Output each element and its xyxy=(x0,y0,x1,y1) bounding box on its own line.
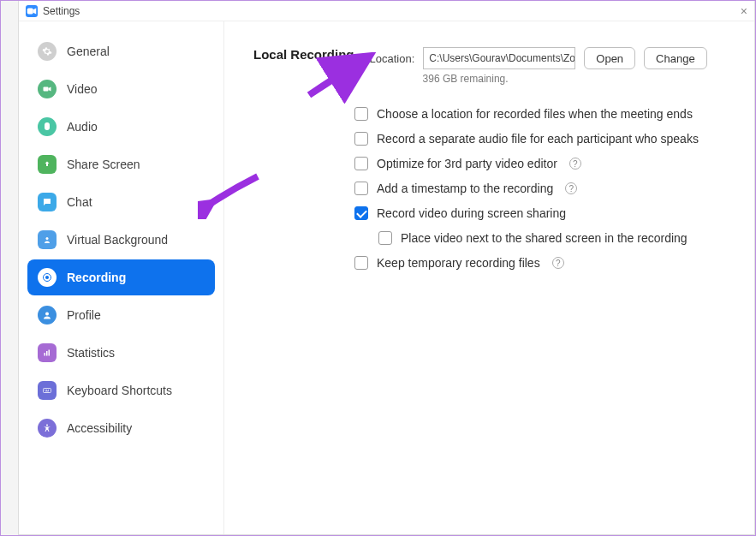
svg-marker-1 xyxy=(33,8,37,14)
window-title: Settings xyxy=(43,5,80,17)
checkbox[interactable] xyxy=(354,256,368,270)
app-icon xyxy=(26,5,38,17)
opt-label: Place video next to the shared screen in… xyxy=(401,231,688,245)
svg-rect-15 xyxy=(45,391,49,392)
sidebar-item-label: Statistics xyxy=(67,346,115,360)
audio-icon xyxy=(38,117,57,136)
keyboard-icon xyxy=(38,381,57,400)
location-label: Location: xyxy=(370,52,415,65)
svg-point-13 xyxy=(46,390,47,390)
chat-icon xyxy=(38,193,57,211)
remaining-text: 396 GB remaining. xyxy=(423,73,707,85)
svg-rect-9 xyxy=(46,351,48,356)
sidebar-item-label: Profile xyxy=(67,308,101,322)
opt-optimize-3rd-party[interactable]: Optimize for 3rd party video editor ? xyxy=(354,157,725,170)
sidebar-item-label: Accessibility xyxy=(67,421,132,435)
sidebar-item-label: Keyboard Shortcuts xyxy=(67,384,172,397)
sidebar-item-label: Virtual Background xyxy=(67,233,168,247)
open-button[interactable]: Open xyxy=(584,47,635,69)
sidebar-item-label: Share Screen xyxy=(67,158,140,171)
help-icon[interactable]: ? xyxy=(569,158,581,170)
sidebar-item-video[interactable]: Video xyxy=(27,71,215,107)
checkbox[interactable] xyxy=(354,157,368,170)
sidebar-item-label: Chat xyxy=(67,195,92,209)
sidebar-item-accessibility[interactable]: Accessibility xyxy=(27,410,215,446)
recording-options: Choose a location for recorded files whe… xyxy=(354,107,725,270)
main-panel: Local Recording Location: C:\Users\Goura… xyxy=(224,21,754,534)
opt-label: Optimize for 3rd party video editor xyxy=(377,157,557,170)
checkbox[interactable] xyxy=(354,182,368,195)
sidebar-item-label: Recording xyxy=(67,271,126,284)
opt-choose-location[interactable]: Choose a location for recorded files whe… xyxy=(354,107,725,121)
sidebar-item-keyboard-shortcuts[interactable]: Keyboard Shortcuts xyxy=(27,372,215,408)
svg-rect-2 xyxy=(44,87,49,92)
sidebar-item-statistics[interactable]: Statistics xyxy=(27,335,215,371)
svg-marker-3 xyxy=(49,87,51,92)
sidebar-item-label: Video xyxy=(67,82,98,96)
recording-icon xyxy=(38,268,57,287)
titlebar: Settings × xyxy=(19,1,754,21)
svg-point-7 xyxy=(45,313,49,316)
profile-icon xyxy=(38,306,57,325)
svg-point-16 xyxy=(46,425,48,426)
location-input[interactable]: C:\Users\Gourav\Documents\Zo xyxy=(423,47,575,69)
sidebar-item-label: General xyxy=(67,45,110,58)
opt-record-during-share[interactable]: Record video during screen sharing xyxy=(354,206,725,220)
virtual-background-icon xyxy=(38,230,57,249)
opt-label: Record a separate audio file for each pa… xyxy=(377,132,699,146)
video-icon xyxy=(38,80,57,98)
opt-add-timestamp[interactable]: Add a timestamp to the recording ? xyxy=(354,182,725,195)
sidebar-item-virtual-background[interactable]: Virtual Background xyxy=(27,222,215,258)
accessibility-icon xyxy=(38,419,57,438)
opt-place-video-next[interactable]: Place video next to the shared screen in… xyxy=(378,231,725,245)
gear-icon xyxy=(38,42,57,61)
svg-point-4 xyxy=(46,237,49,240)
help-icon[interactable]: ? xyxy=(552,257,564,269)
close-icon[interactable]: × xyxy=(741,4,747,18)
sidebar-item-share-screen[interactable]: Share Screen xyxy=(27,146,215,182)
sidebar: General Video Audio Share Screen xyxy=(19,21,224,534)
svg-point-14 xyxy=(48,390,49,390)
sidebar-item-audio[interactable]: Audio xyxy=(27,109,215,145)
opt-keep-temp-files[interactable]: Keep temporary recording files ? xyxy=(354,256,725,270)
svg-rect-8 xyxy=(45,353,46,356)
sidebar-item-chat[interactable]: Chat xyxy=(27,184,215,220)
opt-separate-audio[interactable]: Record a separate audio file for each pa… xyxy=(354,132,725,146)
svg-point-12 xyxy=(45,390,45,390)
checkbox[interactable] xyxy=(354,206,368,220)
svg-rect-11 xyxy=(44,389,51,393)
svg-point-6 xyxy=(45,276,49,279)
settings-window: Settings × General Video Audio xyxy=(18,1,755,535)
opt-label: Choose a location for recorded files whe… xyxy=(377,107,693,121)
share-screen-icon xyxy=(38,155,57,174)
svg-rect-0 xyxy=(27,8,33,14)
sidebar-item-general[interactable]: General xyxy=(27,33,215,69)
change-button[interactable]: Change xyxy=(644,47,707,69)
opt-label: Keep temporary recording files xyxy=(377,256,540,270)
sidebar-item-recording[interactable]: Recording xyxy=(27,259,215,295)
sidebar-item-label: Audio xyxy=(67,120,98,134)
help-icon[interactable]: ? xyxy=(565,182,577,194)
opt-label: Add a timestamp to the recording xyxy=(377,182,553,195)
checkbox[interactable] xyxy=(354,107,368,121)
checkbox[interactable] xyxy=(354,132,368,146)
section-title: Local Recording xyxy=(253,47,354,62)
svg-rect-10 xyxy=(49,350,51,356)
checkbox[interactable] xyxy=(378,231,392,245)
opt-label: Record video during screen sharing xyxy=(377,206,566,220)
sidebar-item-profile[interactable]: Profile xyxy=(27,297,215,333)
statistics-icon xyxy=(38,343,57,362)
